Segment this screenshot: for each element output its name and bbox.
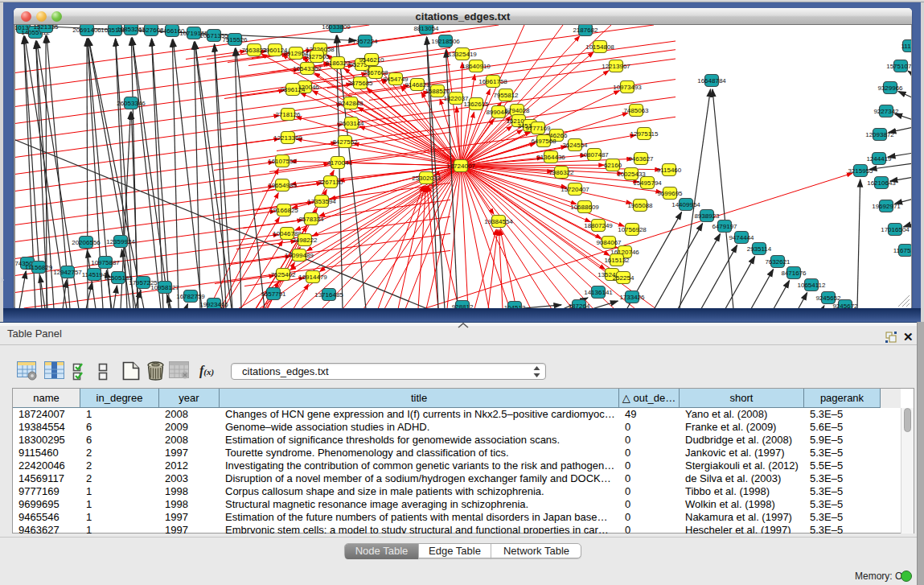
svg-text:3875685: 3875685 bbox=[347, 80, 373, 87]
svg-text:7485063: 7485063 bbox=[623, 107, 649, 114]
svg-text:10025433: 10025433 bbox=[617, 171, 646, 178]
svg-text:10688609: 10688609 bbox=[570, 204, 599, 211]
svg-text:11156829: 11156829 bbox=[25, 264, 53, 271]
svg-text:417004: 417004 bbox=[327, 159, 349, 167]
svg-text:10756928: 10756928 bbox=[618, 226, 647, 233]
svg-text:18640910: 18640910 bbox=[462, 63, 491, 70]
svg-text:7625402: 7625402 bbox=[270, 271, 296, 278]
svg-text:9245652: 9245652 bbox=[815, 295, 841, 302]
svg-text:62160: 62160 bbox=[604, 162, 622, 169]
svg-text:8186323: 8186323 bbox=[325, 60, 351, 67]
svg-text:7515526: 7515526 bbox=[222, 36, 248, 43]
svg-text:20206556: 20206556 bbox=[72, 239, 101, 246]
svg-text:14099489: 14099489 bbox=[285, 252, 314, 259]
svg-text:2187682: 2187682 bbox=[573, 27, 598, 34]
svg-text:9896124: 9896124 bbox=[280, 86, 306, 93]
svg-text:3267130: 3267130 bbox=[318, 179, 343, 186]
svg-text:8938923: 8938923 bbox=[694, 212, 720, 220]
svg-text:1521335: 1521335 bbox=[33, 25, 59, 31]
svg-text:16033809: 16033809 bbox=[322, 25, 351, 31]
svg-text:9777169: 9777169 bbox=[525, 125, 551, 132]
svg-text:10654112: 10654112 bbox=[798, 282, 827, 289]
svg-text:2603144: 2603144 bbox=[339, 120, 364, 127]
svg-text:12975115: 12975115 bbox=[630, 130, 659, 138]
svg-text:7957224: 7957224 bbox=[352, 38, 378, 45]
svg-text:9115460: 9115460 bbox=[657, 167, 682, 174]
svg-text:12213369: 12213369 bbox=[273, 134, 302, 142]
svg-text:6497568: 6497568 bbox=[531, 138, 556, 145]
svg-text:9546210: 9546210 bbox=[359, 56, 384, 64]
svg-text:26053346: 26053346 bbox=[117, 100, 146, 107]
svg-text:1965088: 1965088 bbox=[627, 202, 653, 209]
svg-text:19166825: 19166825 bbox=[269, 207, 298, 214]
svg-text:16210643: 16210643 bbox=[867, 179, 896, 187]
svg-text:13716485: 13716485 bbox=[314, 291, 343, 299]
svg-text:3624554: 3624554 bbox=[562, 142, 588, 149]
svg-text:16543362: 16543362 bbox=[293, 65, 322, 72]
svg-text:1588520: 1588520 bbox=[425, 88, 450, 95]
svg-text:3215955: 3215955 bbox=[848, 167, 873, 175]
svg-text:19384554: 19384554 bbox=[484, 218, 513, 225]
svg-text:17353594: 17353594 bbox=[307, 198, 336, 205]
svg-text:9463627: 9463627 bbox=[628, 155, 654, 163]
svg-text:12213967: 12213967 bbox=[602, 63, 630, 70]
svg-text:21364436: 21364436 bbox=[536, 154, 565, 161]
svg-text:9329966: 9329966 bbox=[877, 84, 903, 92]
svg-text:187264: 187264 bbox=[569, 303, 590, 309]
svg-text:7632621: 7632621 bbox=[765, 258, 791, 266]
svg-text:6794028: 6794028 bbox=[504, 107, 530, 114]
svg-text:13325419: 13325419 bbox=[448, 51, 477, 58]
svg-text:16961758: 16961758 bbox=[478, 78, 507, 85]
svg-text:7955812: 7955812 bbox=[493, 92, 519, 99]
svg-text:9245672: 9245672 bbox=[832, 303, 858, 309]
svg-text:10973493: 10973493 bbox=[613, 84, 642, 91]
svg-text:14409954: 14409954 bbox=[671, 201, 700, 208]
svg-text:12942757: 12942757 bbox=[53, 269, 82, 276]
svg-text:8427552: 8427552 bbox=[332, 138, 358, 146]
svg-text:1615132: 1615132 bbox=[604, 257, 630, 264]
svg-text:3498222: 3498222 bbox=[292, 237, 318, 244]
svg-text:9084067: 9084067 bbox=[596, 239, 622, 246]
svg-text:19654985: 19654985 bbox=[268, 182, 297, 189]
svg-text:1167533: 1167533 bbox=[893, 247, 911, 254]
svg-text:10154808: 10154808 bbox=[585, 43, 614, 51]
svg-text:19692971: 19692971 bbox=[872, 203, 901, 210]
svg-text:19923466: 19923466 bbox=[199, 301, 228, 308]
svg-text:17016504: 17016504 bbox=[881, 226, 910, 233]
svg-text:252254: 252254 bbox=[613, 274, 634, 282]
svg-text:16782759: 16782759 bbox=[176, 293, 205, 300]
svg-text:10958127: 10958127 bbox=[150, 284, 179, 291]
svg-text:18724007: 18724007 bbox=[446, 163, 475, 170]
svg-text:1362615: 1362615 bbox=[463, 101, 489, 108]
svg-text:16914479: 16914479 bbox=[298, 274, 327, 281]
svg-text:14136141: 14136141 bbox=[584, 289, 613, 296]
svg-text:12359924: 12359924 bbox=[106, 238, 135, 245]
svg-text:2935114: 2935114 bbox=[747, 245, 772, 253]
svg-text:7986322: 7986322 bbox=[548, 169, 574, 176]
svg-text:8578334: 8578334 bbox=[298, 216, 324, 223]
svg-text:10975887: 10975887 bbox=[91, 259, 120, 266]
svg-text:9227342: 9227342 bbox=[873, 108, 899, 115]
svg-text:9242848: 9242848 bbox=[338, 100, 363, 107]
svg-text:25302033: 25302033 bbox=[412, 175, 441, 182]
svg-text:9474444: 9474444 bbox=[729, 234, 754, 241]
svg-text:15720407: 15720407 bbox=[561, 186, 589, 193]
svg-text:9657791: 9657791 bbox=[261, 290, 286, 298]
svg-text:1733426: 1733426 bbox=[619, 294, 645, 301]
svg-text:15495794: 15495794 bbox=[633, 179, 662, 187]
svg-text:10807487: 10807487 bbox=[580, 151, 609, 159]
svg-text:19218506: 19218506 bbox=[431, 38, 460, 45]
svg-text:20691406: 20691406 bbox=[72, 27, 101, 34]
svg-text:16107552: 16107552 bbox=[268, 158, 297, 165]
svg-text:18807249: 18807249 bbox=[584, 222, 613, 229]
svg-text:16648784: 16648784 bbox=[697, 77, 726, 84]
svg-text:2718126: 2718126 bbox=[275, 111, 301, 118]
svg-text:8471676: 8471676 bbox=[781, 270, 807, 277]
svg-text:11170: 11170 bbox=[901, 43, 911, 50]
svg-text:15751074: 15751074 bbox=[886, 63, 911, 70]
svg-text:1145194: 1145194 bbox=[82, 271, 107, 278]
svg-text:8813054: 8813054 bbox=[413, 25, 439, 32]
svg-text:12093872: 12093872 bbox=[865, 131, 894, 138]
svg-text:1244419: 1244419 bbox=[866, 155, 892, 163]
svg-text:9699695: 9699695 bbox=[657, 190, 683, 197]
